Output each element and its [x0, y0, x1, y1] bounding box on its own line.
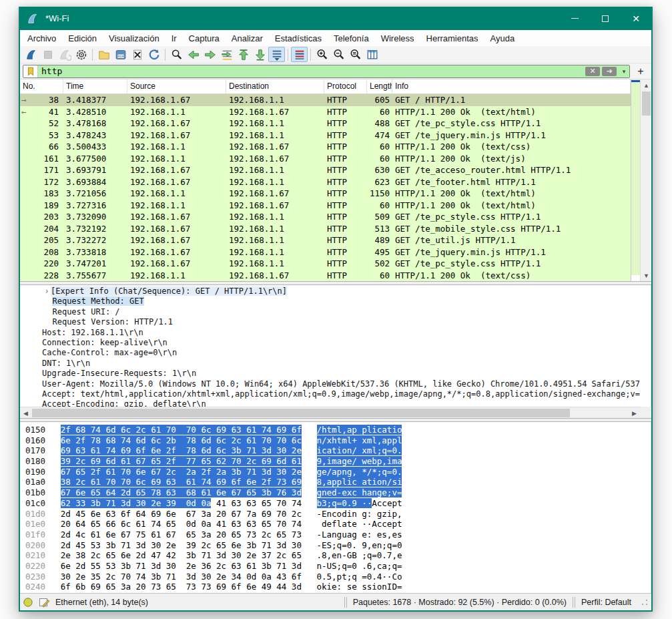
- expert-info-icon[interactable]: [23, 597, 33, 608]
- hex-row[interactable]: 0220 6e 2d 55 53 3b 71 3d 30 2e 36 2c 63…: [20, 561, 640, 572]
- hex-row[interactable]: 01f0 2d 4c 61 6e 67 75 61 67 65 3a 20 65…: [20, 530, 640, 540]
- scrollbar-thumb[interactable]: [32, 409, 570, 417]
- packet-row[interactable]: 2203.747201192.168.1.67192.168.1.1HTTP50…: [20, 258, 631, 270]
- column-header-no[interactable]: No.: [20, 79, 63, 93]
- expand-chevron-icon[interactable]: ›: [43, 286, 51, 296]
- hex-row[interactable]: 0210 2e 38 2c 65 6e 2d 47 42 3b 71 3d 30…: [20, 550, 640, 561]
- find-packet-icon[interactable]: [168, 47, 185, 62]
- resize-columns-icon[interactable]: [364, 47, 380, 62]
- reload-file-icon[interactable]: [145, 47, 162, 62]
- hex-row[interactable]: 0190 67 65 2f 61 70 6e 67 2c 2a 2f 2a 3b…: [20, 467, 640, 477]
- detail-line[interactable]: ›[Expert Info (Chat/Sequence): GET / HTT…: [20, 286, 640, 296]
- column-header-destination[interactable]: Destination: [226, 79, 324, 93]
- packet-row[interactable]: 1723.693884192.168.1.67192.168.1.1HTTP62…: [20, 176, 631, 188]
- detail-line[interactable]: User-Agent: Mozilla/5.0 (Windows NT 10.0…: [20, 379, 640, 389]
- menu-item-wireless[interactable]: Wireless: [375, 31, 420, 45]
- detail-line[interactable]: Cache-Control: max-age=0\r\n: [20, 348, 640, 358]
- hex-row[interactable]: 01d0 2d 45 6e 63 6f 64 69 6e 67 3a 20 67…: [20, 509, 640, 520]
- open-file-icon[interactable]: [95, 47, 112, 62]
- colorize-icon[interactable]: [291, 47, 308, 62]
- packet-list-scrollbar[interactable]: ▲ ▼: [640, 79, 651, 281]
- hex-row[interactable]: 0230 30 2e 35 2c 70 74 3b 71 3d 30 2e 34…: [20, 572, 640, 582]
- filter-apply-button[interactable]: ➜: [602, 67, 617, 76]
- filter-clear-button[interactable]: ✕: [585, 67, 600, 76]
- maximize-button[interactable]: [590, 7, 621, 30]
- stop-capture-icon[interactable]: [39, 47, 56, 62]
- restart-capture-icon[interactable]: [56, 47, 73, 62]
- goto-packet-icon[interactable]: [218, 47, 235, 62]
- capture-options-icon[interactable]: [73, 47, 89, 62]
- packet-row[interactable]: 1713.693791192.168.1.67192.168.1.1HTTP63…: [20, 164, 631, 176]
- profile-text[interactable]: Perfil: Default: [576, 598, 637, 607]
- next-packet-icon[interactable]: [202, 47, 218, 62]
- detail-line[interactable]: Upgrade-Insecure-Requests: 1\r\n: [20, 369, 640, 379]
- packet-row[interactable]: 523.478168192.168.1.67192.168.1.1HTTP488…: [20, 118, 631, 130]
- last-packet-icon[interactable]: [252, 47, 268, 62]
- first-packet-icon[interactable]: [235, 47, 252, 62]
- zoom-in-icon[interactable]: [314, 47, 330, 62]
- hex-row[interactable]: 0150 2f 68 74 6d 6c 2c 61 70 70 6c 69 63…: [20, 425, 640, 435]
- scroll-right-icon[interactable]: ▶: [629, 407, 640, 419]
- detail-line[interactable]: Accept: text/html,application/xhtml+xml,…: [20, 389, 640, 399]
- packet-row[interactable]: 663.500433192.168.1.1192.168.1.67HTTP60H…: [20, 141, 631, 153]
- packet-row[interactable]: 1833.721056192.168.1.1192.168.1.67HTTP11…: [20, 188, 631, 200]
- start-capture-icon[interactable]: [23, 47, 39, 62]
- capture-comment-icon[interactable]: [39, 597, 50, 608]
- column-header-protocol[interactable]: Protocol: [324, 79, 367, 93]
- hex-row[interactable]: 01c0 62 33 3b 71 3d 30 2e 39 0d 0a 41 63…: [20, 498, 640, 509]
- details-scrollbar[interactable]: ▲ ▼: [651, 285, 651, 407]
- hex-row[interactable]: 01a0 38 2c 61 70 70 6c 69 63 61 74 69 6f…: [20, 477, 640, 487]
- packet-row[interactable]: →383.418377192.168.1.67192.168.1.1HTTP60…: [20, 94, 631, 106]
- menu-item-analizar[interactable]: Analizar: [226, 31, 269, 45]
- column-header-time[interactable]: Time: [63, 79, 127, 93]
- detail-line[interactable]: DNT: 1\r\n: [20, 359, 640, 369]
- autoscroll-icon[interactable]: [268, 47, 285, 62]
- detail-line[interactable]: Accept-Encoding: gzip, deflate\r\n: [20, 399, 640, 407]
- detail-line[interactable]: Request Method: GET: [20, 296, 640, 306]
- menu-item-telefonia[interactable]: Telefonía: [328, 31, 375, 45]
- scroll-left-icon[interactable]: ◀: [20, 407, 31, 419]
- column-header-source[interactable]: Source: [127, 79, 226, 93]
- menu-item-estadisticas[interactable]: Estadísticas: [269, 31, 328, 45]
- packet-row[interactable]: 2083.733818192.168.1.67192.168.1.1HTTP49…: [20, 246, 631, 258]
- scroll-up-icon[interactable]: ▲: [641, 79, 652, 91]
- menu-item-ayuda[interactable]: Ayuda: [484, 31, 521, 45]
- close-button[interactable]: ✕: [621, 7, 651, 30]
- close-file-icon[interactable]: [129, 47, 145, 62]
- menu-item-captura[interactable]: Captura: [183, 31, 226, 45]
- resize-grip[interactable]: [641, 598, 649, 606]
- detail-line[interactable]: Request URI: /: [20, 307, 640, 317]
- hex-row[interactable]: 0180 39 2c 69 6d 61 67 65 2f 77 65 62 70…: [20, 456, 640, 467]
- menu-item-edicion[interactable]: Edición: [62, 31, 103, 45]
- detail-line[interactable]: Connection: keep-alive\r\n: [20, 338, 640, 348]
- menu-item-archivo[interactable]: Archivo: [21, 31, 62, 45]
- bytes-scrollbar[interactable]: ▲ ▼: [651, 422, 651, 593]
- packet-row[interactable]: ←413.428510192.168.1.1192.168.1.67HTTP60…: [20, 106, 631, 118]
- save-file-icon[interactable]: 010: [112, 47, 129, 62]
- zoom-out-icon[interactable]: [330, 47, 347, 62]
- hex-row[interactable]: 01b0 67 6e 65 64 2d 65 78 63 68 61 6e 67…: [20, 487, 640, 498]
- filter-dropdown-caret[interactable]: ▾: [619, 68, 629, 75]
- packet-row[interactable]: 1893.727316192.168.1.1192.168.1.67HTTP60…: [20, 200, 631, 212]
- titlebar[interactable]: *Wi-Fi ✕: [20, 7, 651, 30]
- detail-line[interactable]: Host: 192.168.1.1\r\n: [20, 328, 640, 338]
- hex-row[interactable]: 0160 6e 2f 78 68 74 6d 6c 2b 78 6d 6c 2c…: [20, 435, 640, 446]
- packet-row[interactable]: 533.478243192.168.1.67192.168.1.1HTTP474…: [20, 130, 631, 142]
- detail-line[interactable]: Request Version: HTTP/1.1: [20, 317, 640, 327]
- filter-add-button[interactable]: +: [634, 65, 647, 77]
- column-header-info[interactable]: Info: [392, 79, 631, 93]
- column-header-length[interactable]: Length: [367, 79, 392, 93]
- hex-row[interactable]: 0200 2d 45 53 3b 71 3d 30 2e 39 2c 65 6e…: [20, 540, 640, 551]
- menu-item-visualizacion[interactable]: Visualización: [103, 31, 165, 45]
- display-filter-input[interactable]: [38, 66, 585, 76]
- menu-item-ir[interactable]: Ir: [165, 31, 183, 45]
- intelligent-scrollbar-minimap[interactable]: [631, 79, 640, 281]
- menu-item-herramientas[interactable]: Herramientas: [420, 31, 484, 45]
- packet-row[interactable]: 2043.732192192.168.1.67192.168.1.1HTTP51…: [20, 223, 631, 235]
- hex-row[interactable]: 0170 69 63 61 74 69 6f 6e 2f 78 6d 6c 3b…: [20, 445, 640, 456]
- packet-row[interactable]: 2283.755677192.168.1.1192.168.1.67HTTP60…: [20, 270, 631, 282]
- packet-row[interactable]: 2033.732090192.168.1.67192.168.1.1HTTP50…: [20, 211, 631, 223]
- scroll-down-icon[interactable]: ▼: [641, 270, 652, 281]
- packet-row[interactable]: 2053.732272192.168.1.67192.168.1.1HTTP48…: [20, 234, 631, 246]
- filter-bookmark-button[interactable]: [23, 65, 38, 77]
